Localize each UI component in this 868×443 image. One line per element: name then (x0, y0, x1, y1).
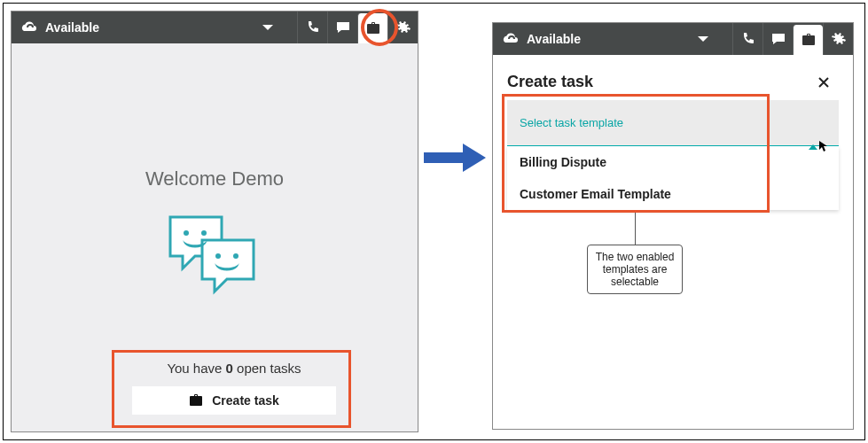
ccp-header-right: Available (493, 23, 853, 55)
close-button[interactable] (817, 76, 839, 89)
chat-tab[interactable] (327, 12, 357, 43)
svg-point-0 (184, 230, 189, 236)
flow-arrow (424, 142, 486, 174)
phone-icon (741, 32, 755, 46)
phone-tab[interactable] (297, 12, 327, 43)
open-tasks-text: You have 0 open tasks (116, 361, 352, 376)
close-icon (817, 76, 830, 89)
phone-icon (306, 20, 320, 35)
open-tasks-region: You have 0 open tasks Create task (116, 352, 352, 426)
callout-line1: The two enabled (595, 251, 675, 263)
cloud-phone-icon (502, 32, 520, 46)
dropdown-option[interactable]: Customer Email Template (507, 178, 839, 210)
callout-line2: templates are (595, 263, 675, 276)
ccp-panel-home: Available Welcome Demo (11, 11, 418, 432)
task-template-dropdown[interactable]: Select task template Billing Dispute Cus… (507, 100, 839, 210)
create-task-button[interactable]: Create task (132, 386, 336, 415)
status-chevron[interactable] (262, 23, 297, 32)
create-task-title: Create task (507, 73, 593, 91)
task-tab[interactable] (793, 25, 823, 55)
caret-up-icon (809, 137, 817, 153)
status-label: Available (527, 32, 581, 46)
chat-icon (771, 32, 786, 46)
create-task-label: Create task (212, 393, 279, 408)
callout-line3: selectable (595, 276, 675, 288)
ccp-panel-create-task: Available Create task (492, 22, 854, 430)
arrow-right-icon (424, 142, 486, 174)
dropdown-option[interactable]: Billing Dispute (507, 146, 839, 178)
create-task-header-row: Create task (507, 73, 839, 91)
briefcase-icon (366, 21, 380, 35)
svg-point-1 (201, 230, 207, 236)
header-icon-group (297, 12, 418, 43)
create-task-body: Create task Select task template Billing… (493, 55, 853, 221)
open-tasks-suffix: open tasks (233, 361, 301, 376)
header-icon-group (732, 23, 853, 55)
briefcase-icon (802, 33, 816, 47)
phone-tab[interactable] (732, 23, 762, 55)
status-chevron[interactable] (697, 35, 732, 43)
briefcase-icon (189, 393, 203, 408)
chat-icon (336, 20, 350, 35)
callout-connector (635, 213, 636, 245)
status-label: Available (45, 20, 99, 35)
ccp-header-left: Available (12, 12, 418, 43)
cloud-phone-icon (20, 20, 38, 35)
mouse-cursor-icon (819, 141, 828, 154)
agent-status-selector[interactable]: Available (493, 32, 581, 46)
svg-point-2 (215, 253, 221, 259)
dropdown-placeholder: Select task template (520, 116, 623, 129)
chevron-down-icon (697, 35, 709, 43)
gear-icon (396, 20, 411, 35)
chat-bubbles-icon (161, 212, 268, 300)
svg-point-3 (233, 253, 239, 259)
task-tab[interactable] (357, 13, 387, 43)
open-tasks-prefix: You have (167, 361, 225, 376)
welcome-heading: Welcome Demo (12, 167, 418, 190)
dropdown-trigger[interactable]: Select task template (507, 100, 839, 146)
dropdown-list: Billing Dispute Customer Email Template (507, 146, 839, 210)
callout-text: The two enabled templates are selectable (587, 245, 683, 294)
chevron-down-icon (262, 23, 274, 32)
chat-illustration (12, 212, 418, 300)
agent-status-selector[interactable]: Available (12, 20, 99, 35)
chat-tab[interactable] (762, 23, 793, 55)
gear-icon (832, 32, 846, 46)
settings-tab[interactable] (823, 23, 853, 55)
settings-tab[interactable] (387, 12, 418, 43)
open-tasks-count: 0 (226, 361, 233, 376)
